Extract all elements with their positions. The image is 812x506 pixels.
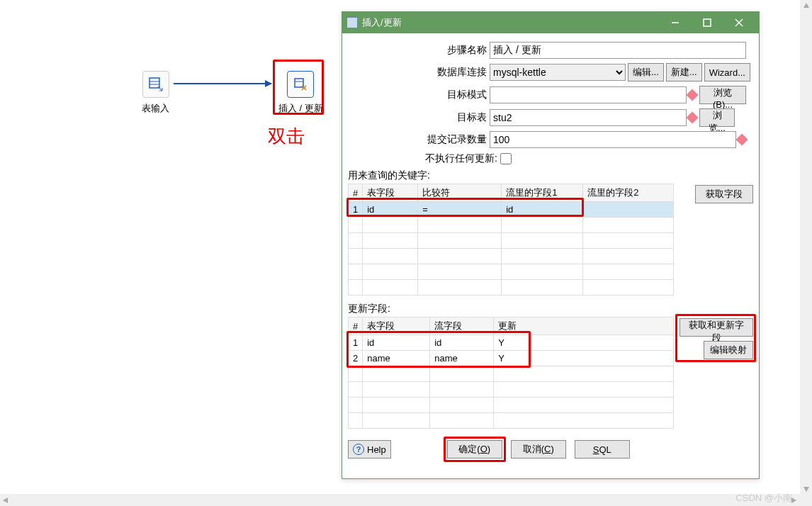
horizontal-scrollbar[interactable]	[0, 494, 812, 506]
node-table-input[interactable]: 表输入	[142, 71, 169, 115]
table-row[interactable]	[349, 280, 674, 296]
highlight-ok	[444, 437, 506, 462]
label-target-table: 目标表	[348, 111, 490, 124]
canvas: 表输入 插入 / 更新 双击	[0, 0, 340, 494]
sql-button[interactable]: SQL	[575, 440, 630, 459]
svg-rect-0	[150, 78, 159, 88]
highlight-keys-row	[346, 198, 584, 217]
input-step-name[interactable]	[490, 42, 746, 59]
dialog-title: 插入/更新	[362, 16, 659, 29]
input-commit-size[interactable]	[490, 131, 736, 148]
input-target-table[interactable]	[490, 109, 687, 126]
table-row[interactable]	[349, 264, 674, 280]
th: 流里的字段2	[583, 184, 674, 202]
wizard-button[interactable]: Wizard...	[704, 63, 750, 81]
table-row[interactable]	[349, 218, 674, 233]
select-db-conn[interactable]: mysql-kettle	[490, 64, 626, 81]
table-row[interactable]	[349, 249, 674, 264]
help-icon: ?	[353, 444, 364, 455]
label-commit-size: 提交记录数量	[348, 133, 490, 146]
label-db-conn: 数据库连接	[348, 66, 490, 79]
section-keys-label: 用来查询的关键字:	[342, 169, 759, 182]
insert-update-icon	[287, 71, 314, 98]
label-target-schema: 目标模式	[348, 89, 490, 101]
table-row[interactable]	[349, 398, 674, 413]
label-step-name: 步骤名称	[348, 44, 490, 57]
help-button[interactable]: ? Help	[348, 440, 391, 459]
svg-rect-6	[704, 19, 711, 26]
minimize-button[interactable]	[659, 13, 691, 33]
vertical-scrollbar[interactable]	[800, 0, 812, 506]
label-no-update: 不执行任何更新:	[348, 152, 500, 165]
node-label: 表输入	[142, 102, 169, 115]
highlight-get-update-fields	[675, 314, 756, 362]
browse-b-button[interactable]: 浏览(B)...	[699, 86, 746, 104]
node-label: 插入 / 更新	[278, 102, 323, 115]
input-target-schema[interactable]	[490, 86, 687, 103]
table-row[interactable]	[349, 366, 674, 382]
node-insert-update[interactable]: 插入 / 更新	[278, 71, 323, 115]
table-row[interactable]	[349, 382, 674, 398]
diamond-icon	[687, 89, 699, 101]
table-row[interactable]	[349, 413, 674, 429]
browse-button[interactable]: 浏览...	[699, 108, 735, 127]
close-button[interactable]	[723, 13, 755, 33]
diamond-icon	[736, 134, 748, 146]
cancel-button[interactable]: 取消(C)	[511, 440, 566, 459]
diamond-icon	[687, 112, 699, 124]
table-row[interactable]	[349, 233, 674, 249]
dialog-icon	[346, 17, 358, 28]
watermark: CSDN @小南	[735, 492, 792, 505]
highlight-updates-rows	[346, 331, 531, 368]
checkbox-no-update[interactable]	[500, 153, 512, 164]
get-fields-button[interactable]: 获取字段	[695, 185, 753, 203]
dialog-insert-update: 插入/更新 步骤名称 数据库连接 mysql-kettle 编辑... 新建..…	[342, 11, 760, 479]
connection-arrow	[174, 83, 271, 84]
titlebar[interactable]: 插入/更新	[342, 12, 759, 33]
table-input-icon	[142, 71, 169, 98]
edit-button[interactable]: 编辑...	[628, 63, 664, 81]
annotation-doubleclick: 双击	[268, 124, 305, 149]
new-button[interactable]: 新建...	[666, 63, 702, 81]
maximize-button[interactable]	[691, 13, 723, 33]
